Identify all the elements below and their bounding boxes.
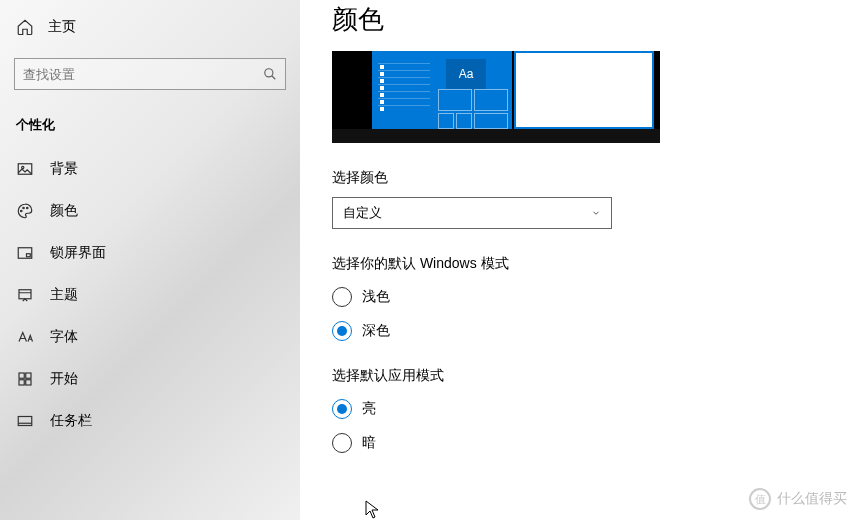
page-title: 颜色 — [332, 2, 825, 37]
lockscreen-icon — [16, 244, 34, 262]
svg-rect-12 — [19, 380, 24, 385]
color-preview: Aa — [332, 51, 660, 143]
sidebar-item-background[interactable]: 背景 — [0, 148, 300, 190]
sidebar-item-label: 背景 — [50, 160, 78, 178]
preview-sample-text: Aa — [446, 59, 486, 89]
radio-label: 暗 — [362, 434, 376, 452]
settings-sidebar: 主页 个性化 背景 颜色 锁屏界面 主题 字体 开始 任务栏 — [0, 0, 300, 520]
sidebar-item-label: 任务栏 — [50, 412, 92, 430]
app-mode-dark[interactable]: 暗 — [332, 433, 825, 453]
sidebar-item-label: 锁屏界面 — [50, 244, 106, 262]
radio-label: 深色 — [362, 322, 390, 340]
home-link[interactable]: 主页 — [0, 10, 300, 44]
color-mode-dropdown[interactable]: 自定义 — [332, 197, 612, 229]
sidebar-item-fonts[interactable]: 字体 — [0, 316, 300, 358]
sidebar-item-taskbar[interactable]: 任务栏 — [0, 400, 300, 442]
windows-mode-dark[interactable]: 深色 — [332, 321, 825, 341]
home-label: 主页 — [48, 18, 76, 36]
svg-rect-10 — [19, 373, 24, 378]
sidebar-item-label: 字体 — [50, 328, 78, 346]
search-input-container[interactable] — [14, 58, 286, 90]
sidebar-item-themes[interactable]: 主题 — [0, 274, 300, 316]
main-content: 颜色 Aa 选择颜色 自定义 选择你的默认 Windows 模式 浅色 深色 选… — [300, 0, 857, 520]
sidebar-item-label: 颜色 — [50, 202, 78, 220]
svg-rect-8 — [27, 254, 31, 257]
radio-icon — [332, 287, 352, 307]
sidebar-item-label: 开始 — [50, 370, 78, 388]
svg-point-6 — [27, 207, 29, 209]
search-input[interactable] — [23, 67, 263, 82]
svg-point-5 — [23, 207, 25, 209]
svg-point-0 — [265, 69, 273, 77]
svg-rect-13 — [26, 380, 31, 385]
svg-rect-11 — [26, 373, 31, 378]
windows-mode-label: 选择你的默认 Windows 模式 — [332, 255, 825, 273]
radio-icon — [332, 321, 352, 341]
chevron-down-icon — [591, 208, 601, 218]
sidebar-item-colors[interactable]: 颜色 — [0, 190, 300, 232]
svg-line-1 — [272, 76, 276, 80]
home-icon — [16, 18, 34, 36]
taskbar-icon — [16, 412, 34, 430]
category-title: 个性化 — [0, 108, 300, 148]
themes-icon — [16, 286, 34, 304]
radio-label: 浅色 — [362, 288, 390, 306]
svg-point-4 — [21, 210, 23, 212]
svg-rect-9 — [19, 290, 31, 299]
palette-icon — [16, 202, 34, 220]
svg-rect-14 — [18, 417, 32, 426]
picture-icon — [16, 160, 34, 178]
sidebar-item-start[interactable]: 开始 — [0, 358, 300, 400]
windows-mode-light[interactable]: 浅色 — [332, 287, 825, 307]
sidebar-item-lockscreen[interactable]: 锁屏界面 — [0, 232, 300, 274]
app-mode-label: 选择默认应用模式 — [332, 367, 825, 385]
dropdown-value: 自定义 — [343, 204, 382, 222]
app-mode-light[interactable]: 亮 — [332, 399, 825, 419]
choose-color-label: 选择颜色 — [332, 169, 825, 187]
start-icon — [16, 370, 34, 388]
fonts-icon — [16, 328, 34, 346]
radio-label: 亮 — [362, 400, 376, 418]
search-icon — [263, 67, 277, 81]
radio-icon — [332, 433, 352, 453]
sidebar-item-label: 主题 — [50, 286, 78, 304]
radio-icon — [332, 399, 352, 419]
